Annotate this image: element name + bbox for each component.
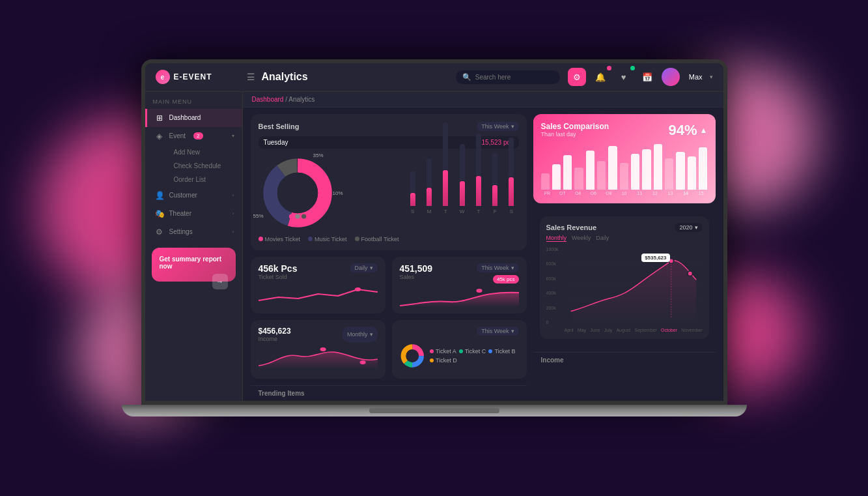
sc-bar-2 <box>552 164 561 190</box>
ticket-stats-row: 456k Pcs Ticket Sold Daily ▾ <box>251 257 527 314</box>
settings-icon-btn[interactable]: ⚙ <box>568 68 586 86</box>
best-selling-header: Best Selling This Week ▾ <box>259 122 519 131</box>
laptop-screen: e E-EVENT ☰ Analytics 🔍 ⚙ <box>141 59 727 405</box>
bell-badge <box>607 66 611 70</box>
donut-label-movies: Movies Ticket <box>259 236 301 242</box>
sidebar-label-dashboard: Dashboard <box>169 114 201 121</box>
summary-card-title: Get summary report now <box>160 255 228 270</box>
bar-pink-t <box>443 170 448 206</box>
logo-area: e E-EVENT <box>156 70 247 84</box>
best-selling-filter[interactable]: This Week ▾ <box>477 122 518 131</box>
ticket-sold-info: 456k Pcs Ticket Sold <box>259 263 298 280</box>
donut-pct-55: 55% <box>253 213 264 219</box>
sc-bar-9 <box>631 154 639 190</box>
panel-body: Best Selling This Week ▾ Tuesday 21 <box>243 108 723 401</box>
axis-14: 14 <box>679 191 692 196</box>
bar-f <box>488 153 502 206</box>
breadcrumb-current: Analytics <box>288 96 315 103</box>
search-bar[interactable]: 🔍 <box>456 70 560 84</box>
left-column: Best Selling This Week ▾ Tuesday 21 <box>251 114 527 401</box>
customer-icon: 👤 <box>155 191 164 200</box>
sidebar-item-settings[interactable]: ⚙ Settings › <box>145 223 242 241</box>
y-axis: 1000k 800k 600k 400k 200k 0 <box>546 247 559 325</box>
heart-icon-btn[interactable]: ♥ <box>615 68 633 86</box>
sc-bar-11 <box>654 144 662 190</box>
svg-point-4 <box>277 172 317 212</box>
axis-12: 12 <box>649 191 662 196</box>
ticket-types-filter[interactable]: This Week ▾ <box>477 327 518 336</box>
breadcrumb-parent[interactable]: Dashboard <box>252 96 284 103</box>
legend-ticket-a: Ticket A <box>430 348 456 355</box>
sc-bar-14 <box>688 156 696 189</box>
bell-icon-btn[interactable]: 🔔 <box>591 68 609 86</box>
trending-section-label: Trending Items <box>251 385 527 401</box>
sales-comparison-card: Sales Comparison Than last day 94% ▲ <box>533 114 716 203</box>
x-november: November <box>681 328 702 332</box>
ticket-sold-filter[interactable]: Daily ▾ <box>350 263 377 272</box>
calendar-icon-btn[interactable]: 📅 <box>638 68 656 86</box>
sidebar-item-dashboard[interactable]: ⊞ Dashboard <box>145 109 242 127</box>
sales-filter[interactable]: This Week ▾ <box>477 263 518 272</box>
sc-axis: FR OT O4 O6 O8 10 11 12 13 <box>541 191 708 196</box>
ticket-sold-header: 456k Pcs Ticket Sold Daily ▾ <box>259 263 378 280</box>
bar-dark-t2 <box>476 134 481 175</box>
sidebar-sub-check-schedule[interactable]: Check Schedule <box>166 159 242 173</box>
svg-point-7 <box>301 214 306 218</box>
x-october: October <box>661 328 677 332</box>
line-chart: $535,623 <box>565 247 703 332</box>
summary-card-btn[interactable]: → <box>212 274 228 289</box>
bar-pink-w <box>460 181 465 206</box>
sidebar-item-theater[interactable]: 🎭 Theater › <box>145 205 242 223</box>
sidebar-sub-order-list[interactable]: Oorder List <box>166 173 242 186</box>
year-badge[interactable]: 2020 ▾ <box>675 223 702 232</box>
sidebar-item-event[interactable]: ◈ Event 2 ▾ <box>145 127 242 145</box>
sidebar-sub-add-new[interactable]: Add New <box>166 145 242 159</box>
donut-chart-container: 35% 55% 10% Movies Ticket <box>259 154 399 242</box>
svg-point-10 <box>320 347 326 351</box>
svg-point-9 <box>476 289 482 293</box>
logo-icon: e <box>156 70 170 84</box>
axis-o4: O4 <box>572 191 585 196</box>
sidebar-label-event: Event <box>169 132 186 139</box>
day-f: F <box>488 209 502 214</box>
search-input[interactable] <box>475 74 553 81</box>
app-name: E-EVENT <box>174 72 212 81</box>
sales-sparkline <box>400 287 519 307</box>
sidebar-item-customer[interactable]: 👤 Customer › <box>145 186 242 205</box>
theater-chevron-icon: › <box>232 211 234 216</box>
svg-point-6 <box>295 214 300 218</box>
hamburger-icon[interactable]: ☰ <box>247 72 255 82</box>
svg-point-5 <box>288 214 293 218</box>
ticket-b-dot <box>488 349 492 353</box>
donut-sm-container: Ticket A Ticket C <box>400 340 519 372</box>
sc-subtitle: Than last day <box>541 131 609 138</box>
x-july: July <box>604 328 612 332</box>
bar-s1 <box>406 171 420 206</box>
bar-dark-s2 <box>509 138 514 177</box>
sc-title-group: Sales Comparison Than last day <box>541 122 609 138</box>
event-badge: 2 <box>193 132 203 139</box>
revenue-header: Sales Revenue 2020 ▾ <box>546 223 703 232</box>
tab-weekly[interactable]: Weekly <box>572 235 591 242</box>
svg-point-11 <box>359 360 365 364</box>
tab-daily[interactable]: Daily <box>596 235 609 242</box>
user-dropdown-icon[interactable]: ▾ <box>710 74 713 80</box>
income-section-label: Income <box>533 352 716 368</box>
axis-10: 10 <box>618 191 631 196</box>
ticket-legend: Ticket A Ticket C <box>430 348 518 364</box>
tab-monthly[interactable]: Monthly <box>546 235 567 242</box>
sc-bar-5 <box>586 151 595 190</box>
axis-13: 13 <box>664 191 677 196</box>
axis-o6: O6 <box>587 191 600 196</box>
sc-bar-3 <box>563 155 572 190</box>
income-filter[interactable]: Monthly ▾ <box>343 327 378 342</box>
axis-o8: O8 <box>602 191 615 196</box>
sc-bar-1 <box>541 173 550 190</box>
income-info: $456,623 Income <box>259 327 291 342</box>
ticket-c-dot <box>459 349 463 353</box>
sales-revenue-card: Sales Revenue 2020 ▾ Monthly Weekly <box>540 216 709 339</box>
header-icons: ⚙ 🔔 ♥ 📅 Ma <box>568 68 713 86</box>
sales-label: Sales <box>400 274 433 280</box>
revenue-svg <box>565 247 703 325</box>
bar-chart-area: S M T W T F S <box>406 154 519 242</box>
